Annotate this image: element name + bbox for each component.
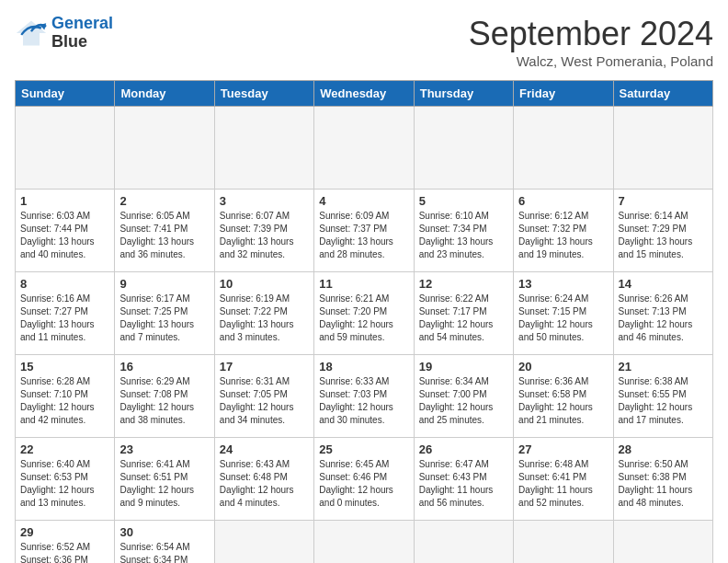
day-number: 6 xyxy=(518,194,608,208)
calendar-cell: 27Sunrise: 6:48 AM Sunset: 6:41 PM Dayli… xyxy=(514,438,613,521)
calendar-cell xyxy=(514,521,613,564)
day-number: 15 xyxy=(20,360,109,373)
location: Walcz, West Pomerania, Poland xyxy=(469,53,713,69)
cell-info: Sunrise: 6:22 AM Sunset: 7:17 PM Dayligh… xyxy=(419,293,508,344)
day-number: 11 xyxy=(319,277,408,291)
day-number: 16 xyxy=(119,360,209,373)
calendar-cell: 19Sunrise: 6:34 AM Sunset: 7:00 PM Dayli… xyxy=(414,355,513,438)
calendar-cell: 11Sunrise: 6:21 AM Sunset: 7:20 PM Dayli… xyxy=(314,272,414,355)
weekday-header-monday: Monday xyxy=(115,81,214,107)
cell-info: Sunrise: 6:50 AM Sunset: 6:38 PM Dayligh… xyxy=(619,458,708,510)
calendar-week-row: 29Sunrise: 6:52 AM Sunset: 6:36 PM Dayli… xyxy=(16,521,713,564)
cell-info: Sunrise: 6:19 AM Sunset: 7:22 PM Dayligh… xyxy=(220,293,309,344)
cell-info: Sunrise: 6:40 AM Sunset: 6:53 PM Dayligh… xyxy=(20,458,109,510)
page-header: General Blue September 2024 Walcz, West … xyxy=(15,15,713,69)
calendar-cell: 13Sunrise: 6:24 AM Sunset: 7:15 PM Dayli… xyxy=(514,272,613,355)
calendar-cell xyxy=(514,107,613,190)
cell-info: Sunrise: 6:24 AM Sunset: 7:15 PM Dayligh… xyxy=(518,293,608,344)
calendar-cell xyxy=(115,107,214,190)
calendar-cell: 25Sunrise: 6:45 AM Sunset: 6:46 PM Dayli… xyxy=(314,438,414,521)
calendar-week-row: 22Sunrise: 6:40 AM Sunset: 6:53 PM Dayli… xyxy=(16,438,713,521)
day-number: 13 xyxy=(518,277,608,291)
cell-info: Sunrise: 6:31 AM Sunset: 7:05 PM Dayligh… xyxy=(220,375,309,427)
calendar-week-row: 1Sunrise: 6:03 AM Sunset: 7:44 PM Daylig… xyxy=(16,190,713,272)
calendar-week-row: 8Sunrise: 6:16 AM Sunset: 7:27 PM Daylig… xyxy=(16,272,713,355)
logo-general: General xyxy=(51,14,113,32)
weekday-header-friday: Friday xyxy=(514,81,613,107)
day-number: 30 xyxy=(119,525,209,539)
calendar-cell: 3Sunrise: 6:07 AM Sunset: 7:39 PM Daylig… xyxy=(214,190,313,272)
day-number: 21 xyxy=(619,360,708,373)
weekday-header-row: SundayMondayTuesdayWednesdayThursdayFrid… xyxy=(16,81,713,107)
calendar-cell xyxy=(16,107,115,190)
calendar-cell: 16Sunrise: 6:29 AM Sunset: 7:08 PM Dayli… xyxy=(115,355,214,438)
day-number: 14 xyxy=(619,277,708,291)
logo-blue: Blue xyxy=(51,32,87,51)
day-number: 4 xyxy=(319,194,408,208)
cell-info: Sunrise: 6:48 AM Sunset: 6:41 PM Dayligh… xyxy=(518,458,608,510)
cell-info: Sunrise: 6:52 AM Sunset: 6:36 PM Dayligh… xyxy=(20,541,109,563)
calendar-cell: 6Sunrise: 6:12 AM Sunset: 7:32 PM Daylig… xyxy=(514,190,613,272)
day-number: 28 xyxy=(619,442,708,456)
day-number: 22 xyxy=(20,442,109,456)
cell-info: Sunrise: 6:43 AM Sunset: 6:48 PM Dayligh… xyxy=(220,458,309,510)
calendar-cell: 18Sunrise: 6:33 AM Sunset: 7:03 PM Dayli… xyxy=(314,355,414,438)
cell-info: Sunrise: 6:36 AM Sunset: 6:58 PM Dayligh… xyxy=(518,375,608,427)
calendar-cell: 9Sunrise: 6:17 AM Sunset: 7:25 PM Daylig… xyxy=(115,272,214,355)
cell-info: Sunrise: 6:45 AM Sunset: 6:46 PM Dayligh… xyxy=(319,458,408,510)
cell-info: Sunrise: 6:28 AM Sunset: 7:10 PM Dayligh… xyxy=(20,375,109,427)
day-number: 27 xyxy=(518,442,608,456)
cell-info: Sunrise: 6:09 AM Sunset: 7:37 PM Dayligh… xyxy=(319,210,408,261)
day-number: 3 xyxy=(220,194,309,208)
calendar-cell xyxy=(214,521,313,564)
calendar-cell: 30Sunrise: 6:54 AM Sunset: 6:34 PM Dayli… xyxy=(115,521,214,564)
day-number: 20 xyxy=(518,360,608,373)
day-number: 9 xyxy=(119,277,209,291)
cell-info: Sunrise: 6:16 AM Sunset: 7:27 PM Dayligh… xyxy=(20,293,109,344)
cell-info: Sunrise: 6:38 AM Sunset: 6:55 PM Dayligh… xyxy=(619,375,708,427)
cell-info: Sunrise: 6:47 AM Sunset: 6:43 PM Dayligh… xyxy=(419,458,508,510)
calendar-cell: 24Sunrise: 6:43 AM Sunset: 6:48 PM Dayli… xyxy=(214,438,313,521)
day-number: 19 xyxy=(419,360,508,373)
cell-info: Sunrise: 6:17 AM Sunset: 7:25 PM Dayligh… xyxy=(119,293,209,344)
calendar-cell xyxy=(214,107,313,190)
title-block: September 2024 Walcz, West Pomerania, Po… xyxy=(469,15,713,69)
calendar-cell xyxy=(414,521,513,564)
cell-info: Sunrise: 6:21 AM Sunset: 7:20 PM Dayligh… xyxy=(319,293,408,344)
cell-info: Sunrise: 6:54 AM Sunset: 6:34 PM Dayligh… xyxy=(119,541,209,563)
day-number: 26 xyxy=(419,442,508,456)
day-number: 5 xyxy=(419,194,508,208)
calendar-table: SundayMondayTuesdayWednesdayThursdayFrid… xyxy=(15,80,713,563)
calendar-cell xyxy=(613,107,712,190)
weekday-header-saturday: Saturday xyxy=(613,81,712,107)
weekday-header-sunday: Sunday xyxy=(16,81,115,107)
cell-info: Sunrise: 6:34 AM Sunset: 7:00 PM Dayligh… xyxy=(419,375,508,427)
calendar-week-row: 15Sunrise: 6:28 AM Sunset: 7:10 PM Dayli… xyxy=(16,355,713,438)
calendar-cell: 4Sunrise: 6:09 AM Sunset: 7:37 PM Daylig… xyxy=(314,190,414,272)
day-number: 7 xyxy=(619,194,708,208)
cell-info: Sunrise: 6:05 AM Sunset: 7:41 PM Dayligh… xyxy=(119,210,209,261)
logo: General Blue xyxy=(15,15,113,52)
day-number: 29 xyxy=(20,525,109,539)
calendar-cell: 28Sunrise: 6:50 AM Sunset: 6:38 PM Dayli… xyxy=(613,438,712,521)
calendar-cell: 10Sunrise: 6:19 AM Sunset: 7:22 PM Dayli… xyxy=(214,272,313,355)
cell-info: Sunrise: 6:07 AM Sunset: 7:39 PM Dayligh… xyxy=(220,210,309,261)
cell-info: Sunrise: 6:41 AM Sunset: 6:51 PM Dayligh… xyxy=(119,458,209,510)
calendar-cell xyxy=(314,521,414,564)
day-number: 24 xyxy=(220,442,309,456)
day-number: 18 xyxy=(319,360,408,373)
calendar-cell: 15Sunrise: 6:28 AM Sunset: 7:10 PM Dayli… xyxy=(16,355,115,438)
calendar-cell: 7Sunrise: 6:14 AM Sunset: 7:29 PM Daylig… xyxy=(613,190,712,272)
calendar-cell: 20Sunrise: 6:36 AM Sunset: 6:58 PM Dayli… xyxy=(514,355,613,438)
calendar-cell: 26Sunrise: 6:47 AM Sunset: 6:43 PM Dayli… xyxy=(414,438,513,521)
logo-icon xyxy=(15,17,48,50)
calendar-cell xyxy=(613,521,712,564)
cell-info: Sunrise: 6:03 AM Sunset: 7:44 PM Dayligh… xyxy=(20,210,109,261)
calendar-cell: 1Sunrise: 6:03 AM Sunset: 7:44 PM Daylig… xyxy=(16,190,115,272)
calendar-cell: 8Sunrise: 6:16 AM Sunset: 7:27 PM Daylig… xyxy=(16,272,115,355)
day-number: 23 xyxy=(119,442,209,456)
weekday-header-tuesday: Tuesday xyxy=(214,81,313,107)
cell-info: Sunrise: 6:14 AM Sunset: 7:29 PM Dayligh… xyxy=(619,210,708,261)
day-number: 2 xyxy=(119,194,209,208)
calendar-cell: 2Sunrise: 6:05 AM Sunset: 7:41 PM Daylig… xyxy=(115,190,214,272)
